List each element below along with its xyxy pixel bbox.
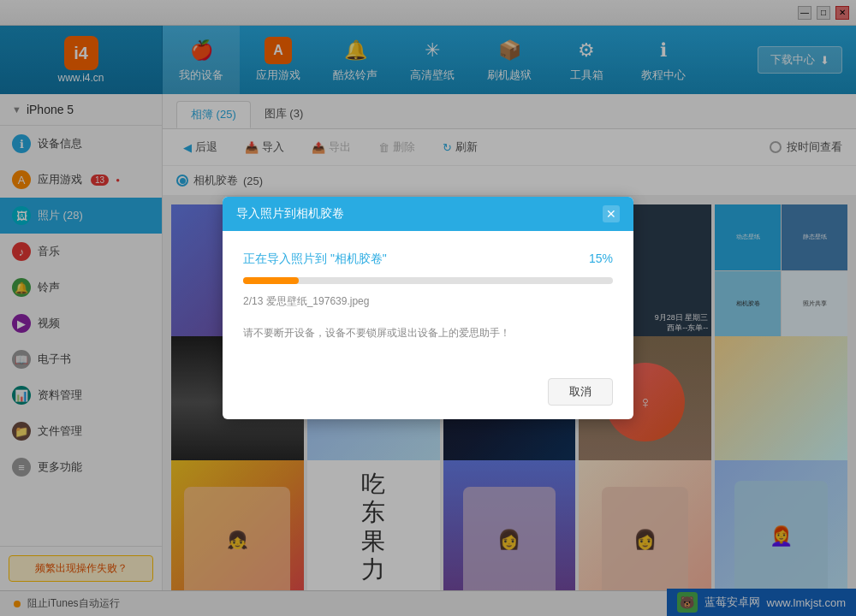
modal-target: "相机胶卷" bbox=[330, 252, 387, 265]
modal-close-button[interactable]: ✕ bbox=[603, 205, 620, 222]
modal-percent: 15% bbox=[589, 252, 613, 265]
progress-bar-background bbox=[243, 277, 613, 284]
modal-filename: 2/13 爱思壁纸_197639.jpeg bbox=[243, 294, 613, 309]
modal: 导入照片到相机胶卷 ✕ 15% 正在导入照片到 "相机胶卷" 2/13 爱思壁纸… bbox=[223, 197, 633, 419]
modal-header: 导入照片到相机胶卷 ✕ bbox=[223, 197, 633, 231]
modal-progress-text: 15% 正在导入照片到 "相机胶卷" bbox=[243, 252, 613, 267]
modal-title: 导入照片到相机胶卷 bbox=[236, 206, 344, 222]
modal-warning: 请不要断开设备，设备不要锁屏或退出设备上的爱思助手！ bbox=[243, 326, 613, 341]
progress-bar-fill bbox=[243, 277, 299, 284]
cancel-button[interactable]: 取消 bbox=[548, 378, 613, 406]
modal-body: 15% 正在导入照片到 "相机胶卷" 2/13 爱思壁纸_197639.jpeg… bbox=[223, 231, 633, 371]
modal-footer: 取消 bbox=[223, 371, 633, 419]
modal-overlay: 导入照片到相机胶卷 ✕ 15% 正在导入照片到 "相机胶卷" 2/13 爱思壁纸… bbox=[0, 0, 856, 616]
